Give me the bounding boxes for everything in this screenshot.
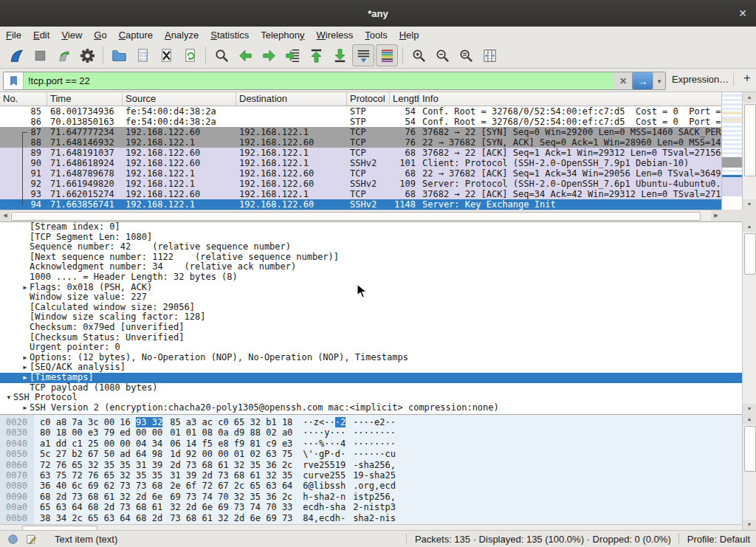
capture-options-button[interactable]: [76, 44, 98, 66]
detail-line[interactable]: [Next sequence number: 1122 (relative se…: [0, 252, 742, 263]
scrollbar-thumb[interactable]: [744, 104, 756, 176]
hex-row[interactable]: 003080 18 00 e3 79 ed 00 0001 01 08 0a d…: [0, 427, 742, 438]
restart-capture-button[interactable]: [52, 44, 75, 66]
stop-capture-button[interactable]: [29, 44, 51, 66]
expression-button[interactable]: Expression…: [672, 74, 729, 85]
bytes-vscrollbar[interactable]: ▲ ▼: [742, 414, 756, 530]
hex-row[interactable]: 0020c0 a8 7a 3c 00 16 93 3285 a3 ac c0 6…: [0, 417, 742, 427]
column-header-no[interactable]: No.: [0, 92, 47, 106]
detail-line[interactable]: Window size value: 227: [0, 292, 742, 303]
menu-wireless[interactable]: Wireless: [311, 28, 360, 42]
scroll-left-arrow-icon[interactable]: ◀: [0, 210, 10, 221]
scrollbar-thumb[interactable]: [11, 212, 701, 221]
close-window-button[interactable]: ✕: [738, 7, 747, 20]
packet-row[interactable]: 9371.662015274192.168.122.60192.168.122.…: [0, 189, 721, 199]
detail-line[interactable]: [Stream index: 0]: [0, 222, 742, 233]
collapsed-arrow-icon[interactable]: ▶: [21, 283, 30, 293]
hex-row[interactable]: 00505c 27 b2 67 50 ad 64 981d 92 00 00 0…: [0, 449, 742, 459]
packet-row[interactable]: 8670.013850163fe:54:00:d4:38:2aSTP54Conf…: [0, 117, 721, 127]
filter-bookmark-button[interactable]: [4, 72, 24, 89]
collapsed-arrow-icon[interactable]: ▶: [21, 362, 30, 373]
column-header-protocol[interactable]: Protocol: [347, 92, 390, 106]
status-profile[interactable]: Profile: Default: [687, 534, 750, 545]
packet-row[interactable]: 9271.661949820192.168.122.1192.168.122.6…: [0, 179, 721, 189]
detail-line[interactable]: Checksum: 0x79ed [unverified]: [0, 323, 742, 333]
detail-line[interactable]: ▶SSH Version 2 (encryption:chacha20-poly…: [0, 403, 742, 413]
scroll-down-arrow-icon[interactable]: ▼: [743, 199, 756, 210]
detail-line[interactable]: ▶[Timestamps]: [0, 373, 742, 383]
detail-line[interactable]: ▶Options: (12 bytes), No-Operation (NOP)…: [0, 353, 742, 363]
menu-analyze[interactable]: Analyze: [159, 28, 205, 42]
collapsed-arrow-icon[interactable]: ▶: [21, 373, 30, 383]
scroll-down-arrow-icon[interactable]: ▼: [743, 520, 756, 530]
packet-row[interactable]: 8771.647777234192.168.122.60192.168.122.…: [0, 127, 721, 137]
go-back-button[interactable]: [234, 44, 256, 66]
detail-line[interactable]: 1000 .... = Header Length: 32 bytes (8): [0, 272, 742, 283]
display-filter-input[interactable]: [24, 72, 614, 89]
capture-comment-button[interactable]: [26, 534, 37, 545]
collapsed-arrow-icon[interactable]: ▶: [21, 403, 30, 413]
scroll-down-arrow-icon[interactable]: ▼: [743, 404, 756, 414]
start-capture-button[interactable]: [5, 44, 27, 66]
menu-capture[interactable]: Capture: [113, 28, 159, 42]
detail-line[interactable]: [Calculated window size: 29056]: [0, 303, 742, 313]
packet-list-minimap[interactable]: [721, 92, 743, 210]
detail-line[interactable]: TCP payload (1080 bytes): [0, 383, 742, 393]
packet-row[interactable]: 9171.648789678192.168.122.1192.168.122.6…: [0, 168, 721, 179]
reload-file-button[interactable]: [179, 44, 201, 66]
hex-row[interactable]: 0040a1 dd c1 25 00 00 04 3406 14 f5 e8 f…: [0, 438, 742, 449]
add-filter-button[interactable]: +: [740, 72, 754, 85]
menu-telephony[interactable]: Telephony: [255, 28, 310, 42]
filter-apply-button[interactable]: →: [632, 72, 653, 89]
column-header-destination[interactable]: Destination: [236, 92, 347, 106]
find-packet-button[interactable]: [210, 44, 233, 66]
zoom-in-button[interactable]: [408, 44, 430, 66]
go-to-top-button[interactable]: [305, 44, 327, 66]
scroll-up-arrow-icon[interactable]: ▲: [743, 92, 756, 103]
detail-line[interactable]: Acknowledgment number: 34 (relative ack …: [0, 262, 742, 272]
hex-row[interactable]: 008036 40 6c 69 62 73 73 682e 6f 72 67 2…: [0, 481, 742, 491]
packet-list-hscrollbar[interactable]: ◀ ▶: [0, 210, 721, 221]
save-file-button[interactable]: 010101100111: [131, 44, 154, 66]
hex-row[interactable]: 007063 75 72 76 65 32 35 3531 39 2d 73 6…: [0, 470, 742, 481]
packet-row[interactable]: 8971.648191037192.168.122.60192.168.122.…: [0, 148, 721, 158]
column-header-time[interactable]: Time: [47, 92, 123, 106]
bytes-hscrollbar[interactable]: [0, 524, 742, 530]
packet-row[interactable]: 9071.648618924192.168.122.60192.168.122.…: [0, 158, 721, 168]
menu-file[interactable]: File: [0, 28, 27, 42]
scrollbar-thumb[interactable]: [744, 426, 756, 472]
hex-row[interactable]: 00a065 63 64 68 2d 73 68 6132 2d 6e 69 7…: [0, 502, 742, 512]
hex-row[interactable]: 009068 2d 73 68 61 32 2d 6e69 73 74 70 3…: [0, 492, 742, 502]
filter-dropdown-caret[interactable]: ▾: [653, 72, 665, 89]
packet-row[interactable]: 8568.001734936fe:54:00:d4:38:2aSTP54Conf…: [0, 106, 721, 117]
open-file-button[interactable]: [108, 44, 130, 66]
menu-statistics[interactable]: Statistics: [205, 28, 255, 42]
column-header-length[interactable]: Length: [390, 92, 419, 106]
scrollbar-thumb[interactable]: [744, 233, 756, 275]
detail-line[interactable]: ▶Flags: 0x018 (PSH, ACK): [0, 283, 742, 293]
scroll-up-arrow-icon[interactable]: ▲: [743, 414, 756, 424]
filter-clear-button[interactable]: ✕: [614, 72, 632, 89]
column-header-info[interactable]: Info: [419, 92, 756, 106]
hex-row[interactable]: 006072 76 65 32 35 35 31 392d 73 68 61 3…: [0, 460, 742, 470]
scroll-right-arrow-icon[interactable]: ▶: [711, 210, 721, 221]
resize-columns-button[interactable]: [478, 44, 501, 66]
detail-line[interactable]: Sequence number: 42 (relative sequence n…: [0, 242, 742, 252]
detail-line[interactable]: Urgent pointer: 0: [0, 343, 742, 353]
detail-line[interactable]: ▶[SEQ/ACK analysis]: [0, 362, 742, 373]
scroll-up-arrow-icon[interactable]: ▲: [743, 221, 756, 232]
packet-row[interactable]: 9471.663856741192.168.122.1192.168.122.6…: [0, 199, 721, 210]
menu-view[interactable]: View: [55, 28, 88, 42]
auto-scroll-button[interactable]: [352, 44, 374, 66]
column-header-source[interactable]: Source: [123, 92, 236, 106]
details-vscrollbar[interactable]: ▲ ▼: [742, 221, 756, 414]
go-forward-button[interactable]: [258, 44, 280, 66]
detail-line[interactable]: [TCP Segment Len: 1080]: [0, 233, 742, 243]
hex-row[interactable]: 00b038 34 2c 65 63 64 68 2d73 68 61 32 2…: [0, 513, 742, 523]
detail-line[interactable]: [Window size scaling factor: 128]: [0, 312, 742, 323]
detail-line[interactable]: ▼SSH Protocol: [0, 393, 742, 403]
menu-go[interactable]: Go: [88, 28, 112, 42]
menu-edit[interactable]: Edit: [27, 28, 55, 42]
close-file-button[interactable]: [155, 44, 177, 66]
expert-info-button[interactable]: [7, 534, 18, 545]
